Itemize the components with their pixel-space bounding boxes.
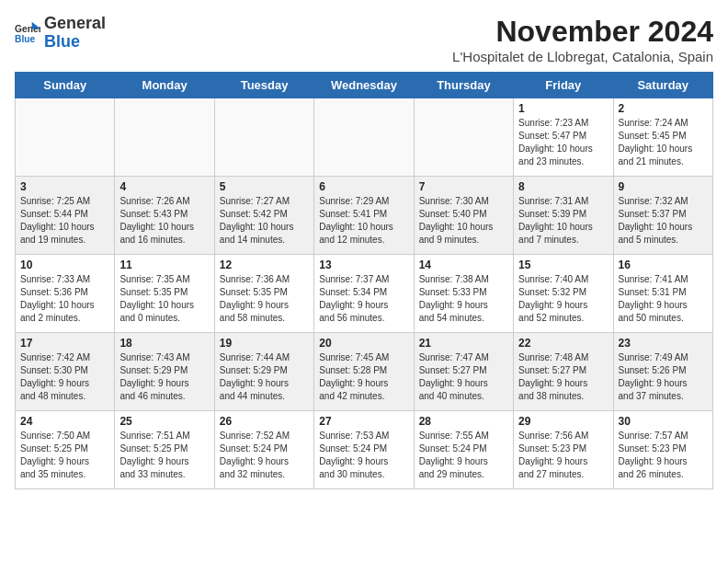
day-info: Sunrise: 7:42 AM Sunset: 5:30 PM Dayligh… xyxy=(20,351,109,403)
day-number: 19 xyxy=(220,337,309,350)
day-number: 3 xyxy=(20,180,109,193)
day-number: 12 xyxy=(220,259,309,271)
day-info: Sunrise: 7:45 AM Sunset: 5:28 PM Dayligh… xyxy=(319,351,408,403)
day-number: 5 xyxy=(220,180,309,193)
svg-text:General: General xyxy=(15,24,40,34)
calendar-day-cell: 14Sunrise: 7:38 AM Sunset: 5:33 PM Dayli… xyxy=(414,255,513,333)
day-info: Sunrise: 7:41 AM Sunset: 5:31 PM Dayligh… xyxy=(619,273,708,325)
calendar-day-cell: 30Sunrise: 7:57 AM Sunset: 5:23 PM Dayli… xyxy=(613,411,712,489)
day-info: Sunrise: 7:40 AM Sunset: 5:32 PM Dayligh… xyxy=(518,273,608,325)
calendar-day-cell xyxy=(16,98,115,177)
day-info: Sunrise: 7:51 AM Sunset: 5:25 PM Dayligh… xyxy=(119,430,209,481)
logo-icon: General Blue xyxy=(15,20,40,46)
calendar-week-row: 10Sunrise: 7:33 AM Sunset: 5:36 PM Dayli… xyxy=(16,255,713,333)
calendar-day-cell: 25Sunrise: 7:51 AM Sunset: 5:25 PM Dayli… xyxy=(115,411,214,489)
day-info: Sunrise: 7:27 AM Sunset: 5:42 PM Dayligh… xyxy=(220,195,309,247)
logo-text: General Blue xyxy=(44,15,106,52)
calendar-day-cell: 10Sunrise: 7:33 AM Sunset: 5:36 PM Dayli… xyxy=(16,255,115,333)
day-number: 26 xyxy=(220,415,309,428)
day-number: 7 xyxy=(419,180,508,193)
day-number: 29 xyxy=(518,415,608,428)
calendar-day-cell: 16Sunrise: 7:41 AM Sunset: 5:31 PM Dayli… xyxy=(613,255,712,333)
day-info: Sunrise: 7:48 AM Sunset: 5:27 PM Dayligh… xyxy=(518,351,608,403)
calendar-day-cell: 28Sunrise: 7:55 AM Sunset: 5:24 PM Dayli… xyxy=(414,411,513,489)
day-info: Sunrise: 7:55 AM Sunset: 5:24 PM Dayligh… xyxy=(419,430,508,481)
calendar-day-cell: 12Sunrise: 7:36 AM Sunset: 5:35 PM Dayli… xyxy=(214,255,313,333)
calendar-day-cell: 11Sunrise: 7:35 AM Sunset: 5:35 PM Dayli… xyxy=(115,255,214,333)
day-info: Sunrise: 7:38 AM Sunset: 5:33 PM Dayligh… xyxy=(419,273,508,325)
title-block: November 2024 L'Hospitalet de Llobregat,… xyxy=(452,15,713,64)
day-info: Sunrise: 7:57 AM Sunset: 5:23 PM Dayligh… xyxy=(619,430,708,481)
day-number: 8 xyxy=(518,180,608,193)
location: L'Hospitalet de Llobregat, Catalonia, Sp… xyxy=(452,49,713,64)
day-info: Sunrise: 7:43 AM Sunset: 5:29 PM Dayligh… xyxy=(119,351,209,403)
day-number: 9 xyxy=(619,180,708,193)
day-info: Sunrise: 7:44 AM Sunset: 5:29 PM Dayligh… xyxy=(220,351,309,403)
weekday-header: Sunday xyxy=(16,73,115,98)
day-number: 23 xyxy=(619,337,708,350)
calendar-day-cell: 5Sunrise: 7:27 AM Sunset: 5:42 PM Daylig… xyxy=(214,177,313,255)
day-number: 4 xyxy=(119,180,209,193)
weekday-header: Wednesday xyxy=(314,73,414,98)
svg-text:Blue: Blue xyxy=(15,34,36,44)
weekday-header: Tuesday xyxy=(214,73,313,98)
page-header: General Blue General Blue November 2024 … xyxy=(15,15,713,64)
day-number: 6 xyxy=(319,180,408,193)
calendar-day-cell: 26Sunrise: 7:52 AM Sunset: 5:24 PM Dayli… xyxy=(214,411,313,489)
calendar-day-cell: 4Sunrise: 7:26 AM Sunset: 5:43 PM Daylig… xyxy=(115,177,214,255)
weekday-header: Saturday xyxy=(613,73,712,98)
day-info: Sunrise: 7:49 AM Sunset: 5:26 PM Dayligh… xyxy=(619,351,708,403)
calendar-day-cell: 21Sunrise: 7:47 AM Sunset: 5:27 PM Dayli… xyxy=(414,333,513,411)
day-info: Sunrise: 7:25 AM Sunset: 5:44 PM Dayligh… xyxy=(20,195,109,247)
day-number: 10 xyxy=(20,259,109,271)
calendar-week-row: 24Sunrise: 7:50 AM Sunset: 5:25 PM Dayli… xyxy=(16,411,713,489)
calendar-week-row: 17Sunrise: 7:42 AM Sunset: 5:30 PM Dayli… xyxy=(16,333,713,411)
day-number: 20 xyxy=(319,337,408,350)
weekday-header: Thursday xyxy=(414,73,513,98)
calendar-day-cell: 3Sunrise: 7:25 AM Sunset: 5:44 PM Daylig… xyxy=(16,177,115,255)
day-number: 27 xyxy=(319,415,408,428)
day-number: 15 xyxy=(518,259,608,271)
day-number: 13 xyxy=(319,259,408,271)
day-info: Sunrise: 7:31 AM Sunset: 5:39 PM Dayligh… xyxy=(518,195,608,247)
day-number: 24 xyxy=(20,415,109,428)
calendar-day-cell: 18Sunrise: 7:43 AM Sunset: 5:29 PM Dayli… xyxy=(115,333,214,411)
day-info: Sunrise: 7:32 AM Sunset: 5:37 PM Dayligh… xyxy=(619,195,708,247)
day-info: Sunrise: 7:47 AM Sunset: 5:27 PM Dayligh… xyxy=(419,351,508,403)
calendar-day-cell xyxy=(314,98,414,177)
calendar-day-cell: 22Sunrise: 7:48 AM Sunset: 5:27 PM Dayli… xyxy=(514,333,613,411)
calendar-day-cell: 9Sunrise: 7:32 AM Sunset: 5:37 PM Daylig… xyxy=(613,177,712,255)
day-info: Sunrise: 7:29 AM Sunset: 5:41 PM Dayligh… xyxy=(319,195,408,247)
day-number: 21 xyxy=(419,337,508,350)
calendar-day-cell: 2Sunrise: 7:24 AM Sunset: 5:45 PM Daylig… xyxy=(613,98,712,177)
day-number: 22 xyxy=(518,337,608,350)
calendar-day-cell xyxy=(115,98,214,177)
calendar-day-cell xyxy=(214,98,313,177)
day-info: Sunrise: 7:53 AM Sunset: 5:24 PM Dayligh… xyxy=(319,430,408,481)
day-number: 28 xyxy=(419,415,508,428)
day-info: Sunrise: 7:56 AM Sunset: 5:23 PM Dayligh… xyxy=(518,430,608,481)
day-info: Sunrise: 7:52 AM Sunset: 5:24 PM Dayligh… xyxy=(220,430,309,481)
month-title: November 2024 xyxy=(452,15,713,49)
day-info: Sunrise: 7:33 AM Sunset: 5:36 PM Dayligh… xyxy=(20,273,109,325)
calendar-week-row: 1Sunrise: 7:23 AM Sunset: 5:47 PM Daylig… xyxy=(16,98,713,177)
calendar-day-cell: 13Sunrise: 7:37 AM Sunset: 5:34 PM Dayli… xyxy=(314,255,414,333)
calendar-day-cell: 8Sunrise: 7:31 AM Sunset: 5:39 PM Daylig… xyxy=(514,177,613,255)
day-number: 1 xyxy=(518,102,608,115)
calendar-day-cell: 27Sunrise: 7:53 AM Sunset: 5:24 PM Dayli… xyxy=(314,411,414,489)
calendar-day-cell: 29Sunrise: 7:56 AM Sunset: 5:23 PM Dayli… xyxy=(514,411,613,489)
day-info: Sunrise: 7:24 AM Sunset: 5:45 PM Dayligh… xyxy=(619,117,708,168)
calendar-day-cell: 1Sunrise: 7:23 AM Sunset: 5:47 PM Daylig… xyxy=(514,98,613,177)
day-info: Sunrise: 7:30 AM Sunset: 5:40 PM Dayligh… xyxy=(419,195,508,247)
calendar-day-cell: 19Sunrise: 7:44 AM Sunset: 5:29 PM Dayli… xyxy=(214,333,313,411)
day-info: Sunrise: 7:50 AM Sunset: 5:25 PM Dayligh… xyxy=(20,430,109,481)
calendar-table: SundayMondayTuesdayWednesdayThursdayFrid… xyxy=(15,72,713,489)
day-info: Sunrise: 7:37 AM Sunset: 5:34 PM Dayligh… xyxy=(319,273,408,325)
day-number: 25 xyxy=(119,415,209,428)
calendar-day-cell: 20Sunrise: 7:45 AM Sunset: 5:28 PM Dayli… xyxy=(314,333,414,411)
calendar-day-cell: 15Sunrise: 7:40 AM Sunset: 5:32 PM Dayli… xyxy=(514,255,613,333)
calendar-week-row: 3Sunrise: 7:25 AM Sunset: 5:44 PM Daylig… xyxy=(16,177,713,255)
day-number: 14 xyxy=(419,259,508,271)
day-number: 18 xyxy=(119,337,209,350)
calendar-day-cell: 23Sunrise: 7:49 AM Sunset: 5:26 PM Dayli… xyxy=(613,333,712,411)
